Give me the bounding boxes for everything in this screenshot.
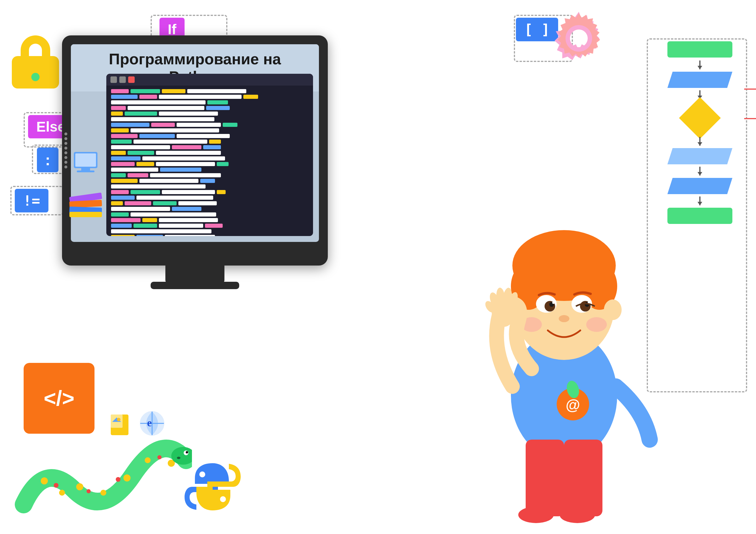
svg-point-14: [76, 483, 83, 490]
scene: If [ ] Else : != Программирование на Pyt…: [0, 0, 756, 534]
svg-point-25: [186, 451, 188, 453]
close-button[interactable]: [128, 76, 135, 83]
minimize-button[interactable]: [110, 76, 117, 83]
dot-1: [65, 133, 67, 136]
svg-rect-1: [75, 153, 96, 167]
code-line: [111, 106, 308, 110]
fc-arrow-4: [699, 167, 700, 176]
python-logo: [183, 457, 242, 516]
svg-point-28: [220, 496, 226, 502]
code-line: [111, 213, 308, 216]
books-icon: [68, 192, 103, 218]
else-label: Else: [36, 118, 66, 135]
code-line: [111, 179, 308, 183]
code-line: [111, 100, 308, 104]
maximize-button[interactable]: [119, 76, 126, 83]
dot-8: [65, 165, 67, 168]
code-line: [111, 156, 308, 161]
monitor: Программирование на Python: [62, 36, 328, 266]
svg-point-27: [199, 471, 205, 477]
code-line: [111, 207, 308, 211]
fc-diamond: [679, 97, 720, 139]
svg-point-45: [552, 301, 554, 304]
svg-rect-30: [526, 440, 564, 516]
svg-point-15: [100, 490, 106, 496]
svg-rect-3: [77, 170, 94, 172]
code-line: [111, 112, 308, 116]
lock-body: [12, 56, 59, 89]
fc-yes-arrow: [744, 118, 756, 119]
fc-top-line: [744, 89, 756, 90]
fc-process2: [667, 178, 732, 194]
svg-point-17: [145, 457, 150, 463]
code-line: [111, 162, 308, 166]
dot-6: [65, 156, 67, 159]
code-titlebar: [106, 74, 313, 86]
svg-point-60: [560, 507, 595, 523]
colon-badge: :: [37, 147, 59, 172]
monitor-base: [150, 282, 239, 289]
code-line: [111, 145, 308, 149]
fc-process: [667, 148, 732, 164]
code-line: [111, 173, 308, 177]
browser-icon: e: [139, 410, 165, 437]
neq-label: !=: [23, 192, 40, 209]
svg-rect-31: [564, 440, 603, 516]
code-line: [111, 196, 308, 200]
code-line: [111, 128, 308, 133]
svg-text:e: e: [147, 417, 152, 429]
dot-3: [65, 142, 67, 145]
code-line: [111, 218, 308, 222]
fc-arrow-3: [699, 137, 700, 146]
fc-input: [667, 72, 732, 88]
brackets-label: [ ]: [524, 21, 550, 38]
svg-text:@: @: [566, 397, 580, 413]
svg-point-20: [87, 489, 91, 493]
boy-character: @: [461, 174, 667, 528]
code-line: [111, 235, 308, 236]
lock-keyhole: [31, 73, 40, 81]
fc-arrow-1: [699, 61, 700, 69]
code-line: [111, 89, 308, 93]
code-line: [111, 123, 308, 127]
svg-point-26: [177, 457, 180, 459]
code-line: [111, 95, 308, 99]
svg-rect-2: [81, 168, 90, 170]
fc-diamond-container: [656, 103, 744, 133]
dot-7: [65, 161, 67, 164]
svg-point-22: [157, 455, 162, 459]
flowchart: [656, 41, 744, 224]
svg-point-49: [586, 317, 607, 332]
code-line: [111, 224, 308, 228]
fc-start: [667, 41, 732, 58]
fc-arrow-5: [699, 196, 700, 205]
code-body: [106, 86, 313, 236]
code-line: [111, 167, 308, 172]
svg-point-47: [559, 315, 569, 322]
svg-point-16: [123, 474, 130, 481]
code-line: [111, 117, 308, 121]
svg-point-12: [41, 477, 48, 484]
if-label: If: [168, 21, 176, 38]
svg-point-13: [59, 490, 65, 496]
code-line: [111, 151, 308, 155]
monitor-stand: [165, 266, 225, 283]
svg-point-21: [116, 477, 121, 482]
svg-point-19: [54, 483, 59, 488]
code-line: [111, 190, 308, 194]
code-line: [111, 229, 308, 233]
code-window: [106, 74, 313, 236]
gear-icon-svg: [546, 6, 611, 71]
colon-label: :: [45, 151, 50, 169]
fc-end: [667, 208, 732, 224]
code-line: [111, 134, 308, 138]
computer-icon: [71, 150, 100, 174]
code-line: [111, 184, 308, 189]
svg-point-38: [604, 299, 622, 320]
dot-4: [65, 147, 67, 150]
svg-point-59: [518, 507, 554, 523]
python-snake-icon: [15, 401, 192, 519]
monitor-dots: [65, 133, 67, 168]
monitor-screen: Программирование на Python: [71, 44, 319, 242]
svg-rect-7: [69, 212, 102, 217]
